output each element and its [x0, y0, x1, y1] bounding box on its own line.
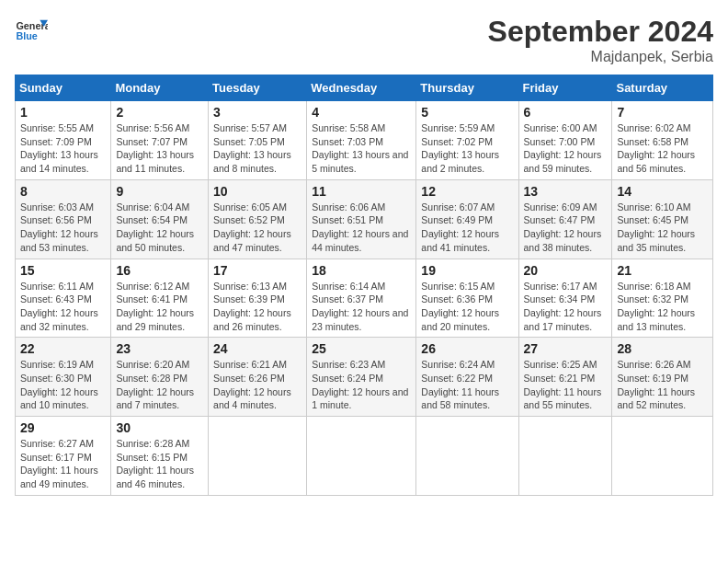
day-number: 9 — [116, 184, 203, 199]
calendar-cell: 5Sunrise: 5:59 AM Sunset: 7:02 PM Daylig… — [416, 101, 518, 180]
calendar-cell: 11Sunrise: 6:06 AM Sunset: 6:51 PM Dayli… — [307, 179, 416, 259]
day-number: 29 — [20, 420, 106, 435]
day-number: 11 — [312, 184, 411, 199]
calendar-cell: 13Sunrise: 6:09 AM Sunset: 6:47 PM Dayli… — [518, 179, 612, 259]
calendar-cell: 28Sunrise: 6:26 AM Sunset: 6:19 PM Dayli… — [612, 338, 713, 417]
calendar-cell: 27Sunrise: 6:25 AM Sunset: 6:21 PM Dayli… — [518, 338, 612, 417]
cell-text: Sunrise: 6:25 AM Sunset: 6:21 PM Dayligh… — [524, 358, 608, 412]
cell-text: Sunrise: 6:18 AM Sunset: 6:32 PM Dayligh… — [617, 280, 708, 334]
calendar-cell: 12Sunrise: 6:07 AM Sunset: 6:49 PM Dayli… — [416, 179, 518, 259]
cell-text: Sunrise: 6:23 AM Sunset: 6:24 PM Dayligh… — [312, 358, 411, 412]
col-header-sunday: Sunday — [16, 75, 111, 101]
cell-text: Sunrise: 6:19 AM Sunset: 6:30 PM Dayligh… — [20, 358, 106, 412]
calendar-cell — [518, 417, 612, 496]
day-number: 27 — [524, 341, 608, 356]
cell-text: Sunrise: 6:12 AM Sunset: 6:41 PM Dayligh… — [116, 280, 203, 334]
cell-text: Sunrise: 6:17 AM Sunset: 6:34 PM Dayligh… — [524, 280, 608, 334]
calendar-cell: 4Sunrise: 5:58 AM Sunset: 7:03 PM Daylig… — [307, 101, 416, 180]
cell-text: Sunrise: 6:07 AM Sunset: 6:49 PM Dayligh… — [421, 201, 513, 255]
day-number: 6 — [524, 105, 608, 120]
calendar-cell: 3Sunrise: 5:57 AM Sunset: 7:05 PM Daylig… — [209, 101, 307, 180]
calendar-table: SundayMondayTuesdayWednesdayThursdayFrid… — [15, 75, 713, 496]
day-number: 1 — [20, 105, 106, 120]
cell-text: Sunrise: 6:20 AM Sunset: 6:28 PM Dayligh… — [116, 358, 203, 412]
day-number: 10 — [213, 184, 301, 199]
calendar-cell: 8Sunrise: 6:03 AM Sunset: 6:56 PM Daylig… — [16, 179, 111, 259]
calendar-week-row: 1Sunrise: 5:55 AM Sunset: 7:09 PM Daylig… — [16, 101, 713, 180]
col-header-friday: Friday — [518, 75, 612, 101]
day-number: 15 — [20, 263, 106, 278]
cell-text: Sunrise: 6:02 AM Sunset: 6:58 PM Dayligh… — [617, 121, 708, 176]
cell-text: Sunrise: 6:06 AM Sunset: 6:51 PM Dayligh… — [312, 201, 411, 255]
calendar-cell: 16Sunrise: 6:12 AM Sunset: 6:41 PM Dayli… — [111, 259, 209, 338]
svg-text:Blue: Blue — [16, 30, 37, 41]
calendar-cell: 7Sunrise: 6:02 AM Sunset: 6:58 PM Daylig… — [612, 101, 713, 180]
calendar-cell: 17Sunrise: 6:13 AM Sunset: 6:39 PM Dayli… — [209, 259, 307, 338]
calendar-cell — [416, 417, 518, 496]
cell-text: Sunrise: 6:24 AM Sunset: 6:22 PM Dayligh… — [421, 358, 513, 412]
logo-icon: General Blue — [15, 15, 48, 48]
cell-text: Sunrise: 6:11 AM Sunset: 6:43 PM Dayligh… — [20, 280, 106, 334]
calendar-cell: 10Sunrise: 6:05 AM Sunset: 6:52 PM Dayli… — [209, 179, 307, 259]
calendar-cell: 25Sunrise: 6:23 AM Sunset: 6:24 PM Dayli… — [307, 338, 416, 417]
calendar-cell — [209, 417, 307, 496]
day-number: 20 — [524, 263, 608, 278]
calendar-cell: 18Sunrise: 6:14 AM Sunset: 6:37 PM Dayli… — [307, 259, 416, 338]
day-number: 23 — [116, 341, 203, 356]
cell-text: Sunrise: 6:05 AM Sunset: 6:52 PM Dayligh… — [213, 201, 301, 255]
cell-text: Sunrise: 5:55 AM Sunset: 7:09 PM Dayligh… — [20, 121, 106, 176]
calendar-cell: 22Sunrise: 6:19 AM Sunset: 6:30 PM Dayli… — [16, 338, 111, 417]
calendar-cell: 19Sunrise: 6:15 AM Sunset: 6:36 PM Dayli… — [416, 259, 518, 338]
day-number: 24 — [213, 341, 301, 356]
cell-text: Sunrise: 6:10 AM Sunset: 6:45 PM Dayligh… — [617, 201, 708, 255]
calendar-cell: 9Sunrise: 6:04 AM Sunset: 6:54 PM Daylig… — [111, 179, 209, 259]
day-number: 22 — [20, 341, 106, 356]
day-number: 21 — [617, 263, 708, 278]
col-header-wednesday: Wednesday — [307, 75, 416, 101]
col-header-saturday: Saturday — [612, 75, 713, 101]
day-number: 14 — [617, 184, 708, 199]
calendar-cell: 14Sunrise: 6:10 AM Sunset: 6:45 PM Dayli… — [612, 179, 713, 259]
day-number: 8 — [20, 184, 106, 199]
calendar-cell: 15Sunrise: 6:11 AM Sunset: 6:43 PM Dayli… — [16, 259, 111, 338]
day-number: 18 — [312, 263, 411, 278]
cell-text: Sunrise: 6:21 AM Sunset: 6:26 PM Dayligh… — [213, 358, 301, 412]
calendar-cell: 29Sunrise: 6:27 AM Sunset: 6:17 PM Dayli… — [16, 417, 111, 496]
day-number: 28 — [617, 341, 708, 356]
calendar-header-row: SundayMondayTuesdayWednesdayThursdayFrid… — [16, 75, 713, 101]
calendar-week-row: 22Sunrise: 6:19 AM Sunset: 6:30 PM Dayli… — [16, 338, 713, 417]
col-header-tuesday: Tuesday — [209, 75, 307, 101]
calendar-week-row: 8Sunrise: 6:03 AM Sunset: 6:56 PM Daylig… — [16, 179, 713, 259]
logo: General Blue — [15, 15, 48, 48]
day-number: 19 — [421, 263, 513, 278]
day-number: 25 — [312, 341, 411, 356]
title-block: September 2024 Majdanpek, Serbia — [488, 15, 713, 65]
calendar-week-row: 29Sunrise: 6:27 AM Sunset: 6:17 PM Dayli… — [16, 417, 713, 496]
day-number: 17 — [213, 263, 301, 278]
cell-text: Sunrise: 5:57 AM Sunset: 7:05 PM Dayligh… — [213, 121, 301, 176]
calendar-week-row: 15Sunrise: 6:11 AM Sunset: 6:43 PM Dayli… — [16, 259, 713, 338]
day-number: 13 — [524, 184, 608, 199]
cell-text: Sunrise: 6:26 AM Sunset: 6:19 PM Dayligh… — [617, 358, 708, 412]
day-number: 12 — [421, 184, 513, 199]
cell-text: Sunrise: 6:28 AM Sunset: 6:15 PM Dayligh… — [116, 437, 203, 491]
day-number: 16 — [116, 263, 203, 278]
cell-text: Sunrise: 5:59 AM Sunset: 7:02 PM Dayligh… — [421, 121, 513, 176]
col-header-monday: Monday — [111, 75, 209, 101]
cell-text: Sunrise: 6:04 AM Sunset: 6:54 PM Dayligh… — [116, 201, 203, 255]
cell-text: Sunrise: 6:15 AM Sunset: 6:36 PM Dayligh… — [421, 280, 513, 334]
calendar-cell: 23Sunrise: 6:20 AM Sunset: 6:28 PM Dayli… — [111, 338, 209, 417]
calendar-cell: 6Sunrise: 6:00 AM Sunset: 7:00 PM Daylig… — [518, 101, 612, 180]
day-number: 4 — [312, 105, 411, 120]
day-number: 26 — [421, 341, 513, 356]
calendar-cell: 1Sunrise: 5:55 AM Sunset: 7:09 PM Daylig… — [16, 101, 111, 180]
cell-text: Sunrise: 6:00 AM Sunset: 7:00 PM Dayligh… — [524, 121, 608, 176]
cell-text: Sunrise: 6:14 AM Sunset: 6:37 PM Dayligh… — [312, 280, 411, 334]
cell-text: Sunrise: 6:27 AM Sunset: 6:17 PM Dayligh… — [20, 437, 106, 491]
cell-text: Sunrise: 5:58 AM Sunset: 7:03 PM Dayligh… — [312, 121, 411, 176]
page-header: General Blue September 2024 Majdanpek, S… — [15, 15, 713, 65]
day-number: 7 — [617, 105, 708, 120]
location-subtitle: Majdanpek, Serbia — [488, 49, 713, 65]
day-number: 2 — [116, 105, 203, 120]
calendar-cell: 21Sunrise: 6:18 AM Sunset: 6:32 PM Dayli… — [612, 259, 713, 338]
